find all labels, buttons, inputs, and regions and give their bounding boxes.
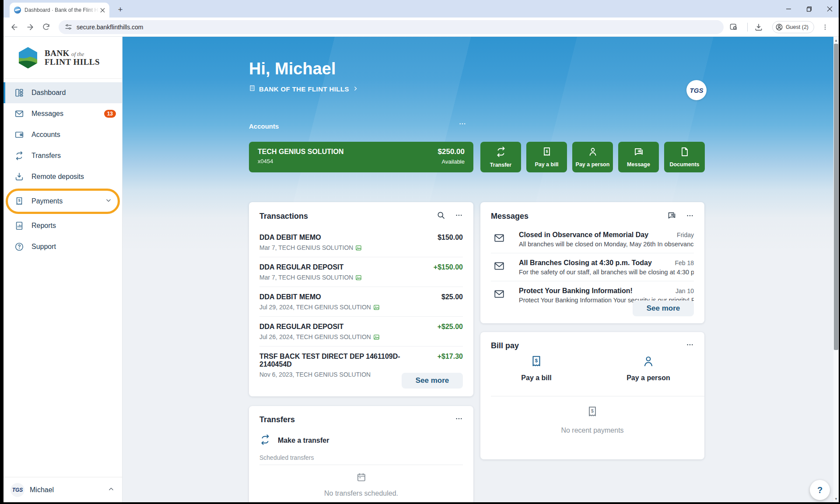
page-scrollbar[interactable]: ▲ ▼ [833,37,839,502]
make-a-transfer-label: Make a transfer [278,437,329,444]
transactions-title: Transactions [259,212,308,221]
sidebar-item-label: Payments [32,197,63,205]
message-date: Jan 10 [676,287,694,294]
sidebar-item-label: Support [32,243,56,251]
sidebar-item-label: Dashboard [32,89,66,97]
divider [491,396,704,396]
bill-receipt-icon: $ [542,147,552,159]
transactions-card: Transactions DDA DEBIT MEMO Mar 7, TECH … [249,202,473,396]
site-favicon [14,7,21,14]
ellipsis-menu-icon[interactable] [686,341,694,350]
sidebar-item-label: Reports [32,222,56,230]
message-title: Protect Your Banking Information! [519,287,694,295]
forward-button[interactable] [24,21,37,34]
sidebar-item-dashboard[interactable]: Dashboard [4,82,122,103]
tab-strip: Dashboard · Bank of the Flint Hi + [4,0,839,18]
quick-action-message[interactable]: Message [618,142,659,172]
payments-highlight-ring: $ Payments [6,189,120,214]
bill-pay-card: Bill pay $ Pay a bill Pay a person [480,332,704,459]
back-button[interactable] [8,21,21,34]
browser-tab[interactable]: Dashboard · Bank of the Flint Hi [10,3,109,18]
quick-action-documents[interactable]: Documents [664,142,705,172]
chevron-up-icon [108,486,114,494]
make-a-transfer-link[interactable]: Make a transfer [249,424,473,447]
messages-card: Messages Closed in Observance of Memoria… [480,202,704,323]
profile-button[interactable]: Guest (2) [772,21,814,33]
transaction-subtitle: Mar 7, TECH GENIUS SOLUTION [259,274,353,281]
profile-label: Guest (2) [786,24,808,30]
scrollbar-down-arrow[interactable]: ▼ [833,496,839,501]
url-text[interactable]: secure.bankflinthills.com [77,24,144,31]
messages-title: Messages [491,212,528,221]
org-switcher[interactable]: BANK OF THE FLINT HILLS [249,85,358,93]
transaction-row[interactable]: DDA DEBIT MEMO Jul 29, 2024, TECH GENIUS… [259,287,463,317]
sidebar-item-payments[interactable]: $ Payments [8,191,118,212]
transaction-row[interactable]: DDA REGULAR DEPOSIT Mar 7, TECH GENIUS S… [259,257,463,287]
account-balance: $250.00 [438,147,465,156]
transaction-row[interactable]: DDA REGULAR DEPOSIT Jul 26, 2024, TECH G… [259,317,463,346]
window-minimize-button[interactable] [786,6,791,12]
sidebar-item-messages[interactable]: Messages 13 [4,103,122,124]
sidebar-item-accounts[interactable]: Accounts [4,124,122,145]
logo-word-flinthills: FLINT HILLS [45,58,100,66]
refresh-button[interactable] [39,21,52,34]
transaction-row[interactable]: DDA DEBIT MEMO Mar 7, TECH GENIUS SOLUTI… [259,228,463,257]
site-settings-icon[interactable] [65,23,72,31]
account-card[interactable]: TECH GENIUS SOLUTION x0454 $250.00 Avail… [249,142,473,172]
ellipsis-menu-icon[interactable] [455,211,463,221]
quick-action-pay-a-bill[interactable]: $ Pay a bill [526,142,567,172]
scrollbar-thumb[interactable] [834,44,838,350]
tab-search-icon[interactable] [727,21,740,34]
ellipsis-menu-icon[interactable] [686,212,694,221]
report-icon [14,221,24,231]
bill-pay-pay-a-person[interactable]: Pay a person [605,355,692,382]
user-avatar: TGS [10,483,24,497]
bill-receipt-icon: $ [586,406,598,420]
sidebar-user-menu[interactable]: TGS Michael [4,477,122,502]
sidebar-item-support[interactable]: Support [4,236,122,257]
quick-action-label: Pay a person [576,161,610,168]
header-avatar[interactable]: TGS [686,80,707,100]
accounts-menu-icon[interactable] [458,120,466,130]
address-bar[interactable]: secure.bankflinthills.com [59,20,724,34]
transaction-amount: +$150.00 [434,263,463,271]
new-message-icon[interactable] [667,211,676,222]
bank-logo: BANK of the FLINT HILLS [4,37,122,79]
transactions-see-more-button[interactable]: See more [402,373,463,388]
quick-action-transfer[interactable]: Transfer [480,142,521,172]
bill-pay-pay-a-bill[interactable]: $ Pay a bill [493,355,580,382]
new-tab-button[interactable]: + [115,4,126,15]
message-date: Friday [677,231,694,238]
sidebar-item-transfers[interactable]: Transfers [4,145,122,166]
message-row[interactable]: All Branches Closing at 4:30 p.m. Today … [491,253,694,281]
window-close-button[interactable] [827,6,833,12]
swap-arrows-icon [14,151,24,161]
transfers-promo-text: Schedule a future or repeating transfer … [249,501,473,502]
dashboard-icon [14,88,24,98]
sidebar-item-label: Accounts [32,131,60,139]
message-row[interactable]: Closed in Observance of Memorial Day All… [491,225,694,253]
search-icon[interactable] [437,211,445,221]
browser-menu-button[interactable] [819,21,832,34]
sidebar-item-remote-deposits[interactable]: Remote deposits [4,166,122,187]
window-restore-button[interactable] [806,6,812,12]
ellipsis-menu-icon[interactable] [455,415,463,424]
sidebar-item-reports[interactable]: Reports [4,215,122,236]
envelope-icon [494,232,505,245]
sidebar-item-label: Remote deposits [32,173,84,181]
transaction-title: DDA DEBIT MEMO [259,234,463,242]
account-balance-label: Available [441,158,465,165]
tab-close-icon[interactable] [99,7,106,14]
quick-action-pay-a-person[interactable]: Pay a person [572,142,613,172]
person-icon [588,147,598,159]
transfers-empty-text: No transfers scheduled. [324,490,398,497]
scheduled-transfers-label: Scheduled transfers [259,454,463,465]
help-button[interactable]: ? [810,480,830,500]
envelope-icon [494,288,505,301]
browser-toolbar: secure.bankflinthills.com Guest (2) [4,18,839,37]
remote-deposit-icon [14,172,24,182]
scrollbar-up-arrow[interactable]: ▲ [833,38,839,43]
downloads-button[interactable] [752,21,765,34]
messages-see-more-button[interactable]: See more [633,301,694,316]
transaction-subtitle: Mar 7, TECH GENIUS SOLUTION [259,244,353,251]
